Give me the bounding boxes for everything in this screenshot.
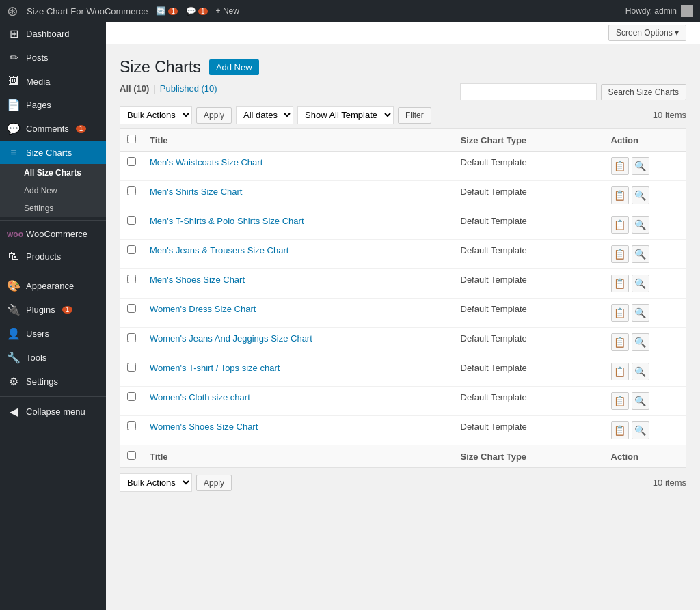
table-header-title[interactable]: Title (143, 129, 454, 152)
sidebar-item-appearance-label: Appearance (26, 281, 74, 291)
sidebar-item-dashboard[interactable]: ⊞ Dashboard (0, 22, 106, 46)
copy-icon-5[interactable]: 🔍 (632, 304, 649, 322)
row-checkbox-cell (120, 416, 144, 445)
sidebar-item-size-charts[interactable]: ≡ Size Charts (0, 141, 106, 164)
edit-icon-9[interactable]: 📋 (611, 421, 629, 439)
row-title-link[interactable]: Men's Waistcoats Size Chart (150, 157, 262, 167)
row-title-link[interactable]: Women's Jeans And Jeggings Size Chart (150, 333, 312, 344)
add-new-button[interactable]: Add New (209, 59, 259, 75)
all-dates-select[interactable]: All dates (236, 106, 293, 124)
row-action-cell: 📋 🔍 (604, 328, 686, 357)
screen-options-button[interactable]: Screen Options ▾ (608, 25, 686, 41)
table-row: Women's Cloth size chart Default Templat… (120, 387, 686, 416)
edit-icon-1[interactable]: 📋 (611, 186, 629, 204)
copy-icon-8[interactable]: 🔍 (632, 392, 649, 410)
copy-icon-7[interactable]: 🔍 (632, 363, 649, 380)
copy-icon-2[interactable]: 🔍 (632, 216, 649, 234)
sidebar-item-comments[interactable]: 💬 Comments 1 (0, 117, 106, 141)
row-title-link[interactable]: Men's Jeans & Trousers Size Chart (150, 245, 288, 255)
top-toolbar: Bulk Actions Apply All dates Show All Te… (120, 106, 431, 124)
row-title-cell: Men's Shirts Size Chart (143, 181, 454, 210)
row-type-cell: Default Template (454, 299, 604, 328)
action-icons: 📋 🔍 (611, 333, 679, 351)
row-checkbox-6[interactable] (127, 333, 136, 342)
sidebar-item-plugins[interactable]: 🔌 Plugins 1 (0, 298, 106, 322)
row-title-cell: Women's Cloth size chart (143, 387, 454, 416)
row-title-link[interactable]: Women's T-shirt / Tops size chart (150, 363, 280, 373)
select-all-checkbox-bottom[interactable] (127, 451, 136, 460)
bulk-actions-select-bottom[interactable]: Bulk Actions (120, 473, 192, 492)
edit-icon-3[interactable]: 📋 (611, 245, 629, 263)
filter-published-link[interactable]: Published (10) (160, 83, 217, 100)
admin-sidebar: ⊞ Dashboard ✏ Posts 🖼 Media 📄 Pages 💬 Co… (0, 22, 106, 610)
row-checkbox-5[interactable] (127, 304, 136, 313)
row-title-link[interactable]: Women's Cloth size chart (150, 392, 250, 402)
sidebar-item-tools[interactable]: 🔧 Tools (0, 346, 106, 370)
sidebar-item-settings[interactable]: ⚙ Settings (0, 370, 106, 393)
row-checkbox-7[interactable] (127, 363, 136, 372)
sidebar-item-media[interactable]: 🖼 Media (0, 70, 106, 93)
copy-icon-3[interactable]: 🔍 (632, 245, 649, 263)
items-count-bottom: 10 items (653, 477, 686, 488)
howdy-text: Howdy, admin (625, 6, 677, 16)
bulk-actions-select-top[interactable]: Bulk Actions (120, 106, 192, 124)
edit-icon-5[interactable]: 📋 (611, 304, 629, 322)
sidebar-item-collapse[interactable]: ◀ Collapse menu (0, 400, 106, 424)
sidebar-item-woocommerce[interactable]: woo WooCommerce (0, 223, 106, 245)
row-title-link[interactable]: Women's Dress Size Chart (150, 304, 256, 314)
filter-button[interactable]: Filter (398, 107, 431, 124)
copy-icon-9[interactable]: 🔍 (632, 421, 649, 439)
row-type-cell: Default Template (454, 181, 604, 210)
filter-published-count: (10) (202, 83, 217, 94)
table-row: Women's T-shirt / Tops size chart Defaul… (120, 357, 686, 387)
site-name[interactable]: Size Chart For WooCommerce (27, 6, 148, 16)
submenu-item-settings[interactable]: Settings (0, 199, 106, 217)
sidebar-item-users[interactable]: 👤 Users (0, 322, 106, 346)
row-checkbox-4[interactable] (127, 275, 136, 283)
row-title-link[interactable]: Men's Shoes Size Chart (150, 275, 245, 285)
apply-button-bottom[interactable]: Apply (196, 475, 232, 491)
sidebar-item-pages[interactable]: 📄 Pages (0, 93, 106, 117)
table-header-type: Size Chart Type (454, 129, 604, 152)
edit-icon-7[interactable]: 📋 (611, 363, 629, 380)
row-checkbox-9[interactable] (127, 421, 136, 430)
row-checkbox-cell (120, 269, 144, 299)
sidebar-item-appearance[interactable]: 🎨 Appearance (0, 274, 106, 298)
edit-icon-4[interactable]: 📋 (611, 275, 629, 292)
edit-icon-2[interactable]: 📋 (611, 216, 629, 234)
row-checkbox-1[interactable] (127, 186, 136, 195)
edit-icon-0[interactable]: 📋 (611, 157, 629, 175)
row-checkbox-3[interactable] (127, 245, 136, 254)
search-input[interactable] (460, 83, 597, 100)
sidebar-item-products[interactable]: 🛍 Products (0, 245, 106, 268)
row-title-link[interactable]: Women's Shoes Size Chart (150, 421, 258, 432)
row-checkbox-8[interactable] (127, 392, 136, 401)
submenu-item-add-new[interactable]: Add New (0, 182, 106, 199)
action-icons: 📋 🔍 (611, 421, 679, 439)
filter-all-link[interactable]: All (10) (120, 83, 149, 100)
row-title-link[interactable]: Men's T-Shirts & Polo Shirts Size Chart (150, 216, 304, 226)
row-checkbox-cell (120, 240, 144, 269)
sidebar-item-posts[interactable]: ✏ Posts (0, 46, 106, 70)
select-all-checkbox-top[interactable] (127, 135, 136, 143)
show-all-template-select[interactable]: Show All Template (297, 106, 394, 124)
edit-icon-6[interactable]: 📋 (611, 333, 629, 351)
submenu-item-all-size-charts[interactable]: All Size Charts (0, 164, 106, 182)
copy-icon-1[interactable]: 🔍 (632, 186, 649, 204)
copy-icon-6[interactable]: 🔍 (632, 333, 649, 351)
copy-icon-0[interactable]: 🔍 (632, 157, 649, 175)
row-checkbox-2[interactable] (127, 216, 136, 225)
row-checkbox-0[interactable] (127, 157, 136, 166)
filter-published-label: Published (160, 83, 199, 94)
table-row: Men's Shoes Size Chart Default Template … (120, 269, 686, 299)
comments-item[interactable]: 💬 1 (186, 6, 208, 16)
copy-icon-4[interactable]: 🔍 (632, 275, 649, 292)
apply-button-top[interactable]: Apply (196, 107, 232, 124)
new-content-item[interactable]: + New (216, 6, 239, 16)
row-type-cell: Default Template (454, 269, 604, 299)
row-action-cell: 📋 🔍 (604, 181, 686, 210)
edit-icon-8[interactable]: 📋 (611, 392, 629, 410)
row-title-link[interactable]: Men's Shirts Size Chart (150, 186, 242, 197)
search-size-charts-button[interactable]: Search Size Charts (601, 84, 686, 100)
updates-item[interactable]: 🔄 1 (156, 6, 178, 16)
